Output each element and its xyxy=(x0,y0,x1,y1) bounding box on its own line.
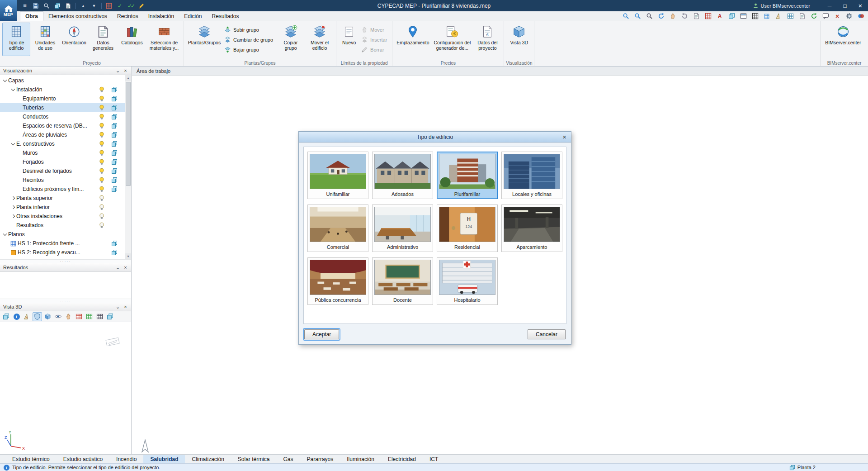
print-icon[interactable] xyxy=(691,12,702,20)
collapse-icon[interactable] xyxy=(2,232,8,237)
catalogos-button[interactable]: Catálogos xyxy=(118,23,146,56)
tab-iluminacion[interactable]: Iluminación xyxy=(340,455,381,463)
orientacion-button[interactable]: Orientación xyxy=(60,23,88,56)
expand-icon[interactable] xyxy=(10,195,16,201)
tile-hospitalario[interactable]: Hospitalario xyxy=(437,257,498,305)
visibility-bulb-icon[interactable] xyxy=(99,95,105,102)
tree-item-areas-pluviales[interactable]: Áreas de pluviales xyxy=(0,130,125,139)
tile-comercial[interactable]: Comercial xyxy=(307,205,368,252)
visibility-bulb-icon[interactable] xyxy=(99,168,105,174)
collapse-panel-icon[interactable]: ⌄ xyxy=(114,67,122,74)
tile-residencial[interactable]: H 124 Residencial xyxy=(437,205,498,252)
previous-view-icon[interactable] xyxy=(679,12,690,20)
collapse-icon[interactable] xyxy=(10,87,16,92)
tipo-de-edificio-button[interactable]: Tipo de edificio xyxy=(2,23,30,56)
save-icon[interactable] xyxy=(31,1,41,10)
unidades-de-uso-button[interactable]: Unidades de uso xyxy=(31,23,59,56)
tree-item-otras-instalaciones[interactable]: Otras instalaciones xyxy=(0,212,125,221)
visibility-bulb-icon[interactable] xyxy=(99,105,105,111)
tree-item-planos[interactable]: Planos xyxy=(0,230,125,239)
tab-resultados[interactable]: Resultados xyxy=(207,11,244,21)
layers-icon[interactable] xyxy=(111,249,118,256)
tab-incendio[interactable]: Incendio xyxy=(109,455,143,463)
cancelar-button[interactable]: Cancelar xyxy=(528,329,566,339)
collapse-panel-icon[interactable]: ⌄ xyxy=(114,264,122,271)
layers-icon[interactable] xyxy=(111,141,118,147)
tree-item-recintos[interactable]: Recintos xyxy=(0,176,125,185)
bimserver-button[interactable]: BIMserver.center xyxy=(823,23,863,56)
text-style-icon[interactable]: A xyxy=(714,12,725,20)
tree-item-espacios-reserva[interactable]: Espacios de reserva (DB... xyxy=(0,121,125,130)
tab-gas[interactable]: Gas xyxy=(277,455,300,463)
tree-item-planta-inferior[interactable]: Planta inferior xyxy=(0,203,125,212)
seleccion-materiales-button[interactable]: Selección de materiales y... xyxy=(147,23,181,56)
tab-edicion[interactable]: Edición xyxy=(179,11,207,21)
table-icon[interactable] xyxy=(785,12,796,20)
layers-icon[interactable] xyxy=(111,95,118,102)
tab-estudio-termico[interactable]: Estudio térmico xyxy=(5,455,57,463)
snap-icon[interactable] xyxy=(761,12,772,20)
collapse-icon[interactable] xyxy=(10,141,16,147)
tree-item-conductos[interactable]: Conductos xyxy=(0,112,125,121)
close-panel-icon[interactable]: × xyxy=(122,67,129,74)
cambiar-de-grupo-button[interactable]: Cambiar de grupo xyxy=(223,36,276,43)
comment-icon[interactable] xyxy=(820,12,831,20)
grid-icon[interactable] xyxy=(750,12,760,20)
app-logo[interactable]: MEP xyxy=(0,0,17,21)
layers-icon[interactable] xyxy=(111,132,118,138)
tree-item-tuberias[interactable]: Tuberías xyxy=(0,103,125,112)
close-panel-icon[interactable]: × xyxy=(122,304,129,310)
tile-publica-concurrencia[interactable]: Pública concurrencia xyxy=(307,257,368,305)
tree-item-edificios-proximos[interactable]: Edificios próximos y lím... xyxy=(0,185,125,194)
layers-icon[interactable] xyxy=(111,114,118,120)
tile-administrativo[interactable]: Administrativo xyxy=(372,205,433,252)
aceptar-button[interactable]: Aceptar xyxy=(304,329,339,339)
window-icon[interactable] xyxy=(738,12,749,20)
visibility-bulb-icon[interactable] xyxy=(99,114,105,120)
tile-locales-oficinas[interactable]: Locales y oficinas xyxy=(501,152,562,199)
tab-obra[interactable]: Obra xyxy=(20,11,43,21)
visibility-bulb-icon[interactable] xyxy=(99,123,105,129)
tree-item-resultados[interactable]: Resultados xyxy=(0,221,125,230)
zoom-window-icon[interactable] xyxy=(632,12,643,20)
results-table-icon[interactable] xyxy=(74,312,84,321)
tree-item-hs1[interactable]: HS 1: Protección frente ... xyxy=(0,239,125,248)
update-icon[interactable] xyxy=(808,12,819,20)
collapse-panel-icon[interactable]: ⌄ xyxy=(114,304,122,310)
copiar-grupo-button[interactable]: Copiar grupo xyxy=(277,23,305,56)
sheet-icon[interactable] xyxy=(797,12,807,20)
tab-pararrayos[interactable]: Pararrayos xyxy=(300,455,340,463)
scenes-icon[interactable] xyxy=(1,312,11,321)
grid-table-icon[interactable] xyxy=(95,312,104,321)
mover-edificio-button[interactable]: Mover el edificio xyxy=(306,23,334,56)
tab-elementos-constructivos[interactable]: Elementos constructivos xyxy=(43,11,112,21)
tab-estudio-acustico[interactable]: Estudio acústico xyxy=(57,455,109,463)
current-plant-indicator[interactable]: Planta 2 xyxy=(789,465,816,471)
export-icon[interactable] xyxy=(63,1,73,10)
orbit-icon[interactable] xyxy=(64,312,73,321)
redraw-icon[interactable] xyxy=(656,12,666,20)
move-down-icon[interactable]: ▼ xyxy=(89,1,99,10)
layers-icon[interactable] xyxy=(111,240,118,247)
tab-solar-termica[interactable]: Solar térmica xyxy=(231,455,277,463)
tab-electricidad[interactable]: Electricidad xyxy=(381,455,423,463)
layers-icon[interactable] xyxy=(111,123,118,129)
datos-proyecto-button[interactable]: Datos del proyecto xyxy=(473,23,501,56)
pan-icon[interactable] xyxy=(667,12,678,20)
tree-item-equipamiento[interactable]: Equipamiento xyxy=(0,94,125,103)
layers-icon[interactable] xyxy=(105,312,115,321)
scroll-down-icon[interactable]: ▼ xyxy=(125,253,131,259)
tree-item-e-constructivos[interactable]: E. constructivos xyxy=(0,139,125,148)
layers-icon[interactable] xyxy=(111,177,118,183)
emplazamiento-button[interactable]: Emplazamiento xyxy=(395,23,431,56)
tree-scrollbar[interactable]: ▲ ▼ xyxy=(125,75,131,259)
vista-3d-viewport[interactable]: Y Z X xyxy=(0,322,131,454)
tree-item-instalacion[interactable]: Instalación xyxy=(0,85,125,94)
measure-icon[interactable] xyxy=(22,312,32,321)
solid-view-icon[interactable] xyxy=(43,312,52,321)
search-icon[interactable] xyxy=(42,1,52,10)
configuracion-generador-button[interactable]: Configuración del generador de... xyxy=(432,23,472,56)
tile-aparcamiento[interactable]: Aparcamiento xyxy=(501,205,562,252)
layers-icon[interactable] xyxy=(111,86,118,93)
move-up-icon[interactable]: ▲ xyxy=(78,1,88,10)
